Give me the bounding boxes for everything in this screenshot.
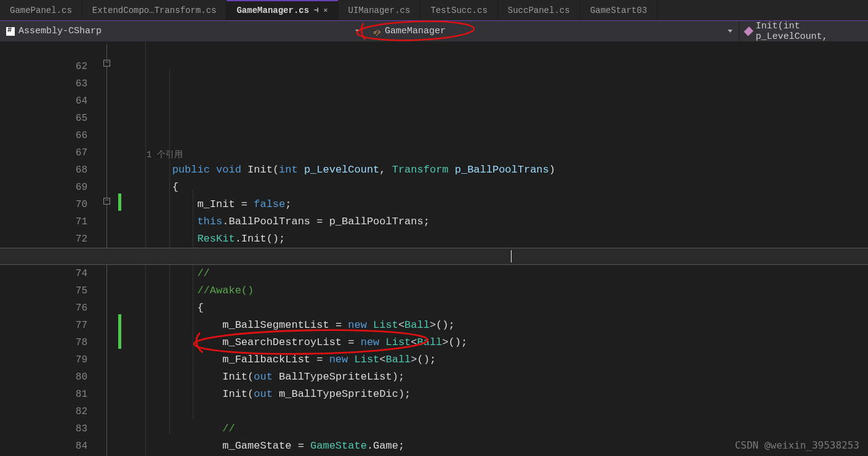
breadcrumb-class-label: GameManager <box>385 26 446 36</box>
chevron-down-icon[interactable] <box>355 30 360 33</box>
breadcrumb-method[interactable]: Init(int p_LevelCount, <box>739 21 868 41</box>
watermark: CSDN @weixin_39538253 <box>735 439 859 451</box>
method-icon <box>744 26 753 36</box>
pin-icon[interactable]: ⊣ <box>314 6 318 15</box>
tab-succpanel[interactable]: SuccPanel.cs <box>498 0 581 20</box>
breadcrumb: Assembly-CSharp 🝰 GameManager Init(int p… <box>0 21 868 42</box>
tab-gamemanager[interactable]: GameManager.cs ⊣ ✕ <box>227 0 338 20</box>
tab-uimanager[interactable]: UIManager.cs <box>339 0 421 20</box>
tab-extendcompo[interactable]: ExtendCompo…Transform.cs <box>82 0 227 20</box>
code-editor[interactable]: 626364656667686970717273🪛747576777879808… <box>0 42 868 456</box>
chevron-down-icon[interactable] <box>728 30 733 33</box>
tab-gamestart03[interactable]: GameStart03 <box>581 0 657 20</box>
breadcrumb-class[interactable]: 🝰 GameManager <box>366 21 739 41</box>
fold-toggle[interactable]: − <box>103 60 110 67</box>
tab-testsucc[interactable]: TestSucc.cs <box>420 0 497 20</box>
breadcrumb-method-label: Init(int p_LevelCount, <box>755 21 862 42</box>
current-line-highlight <box>0 248 868 265</box>
breadcrumb-project-label: Assembly-CSharp <box>18 26 102 36</box>
text-caret <box>511 250 512 263</box>
close-icon[interactable]: ✕ <box>323 6 328 15</box>
class-icon: 🝰 <box>372 27 381 36</box>
breadcrumb-project[interactable]: Assembly-CSharp <box>0 21 366 41</box>
tab-gamepanel[interactable]: GamePanel.cs <box>0 0 82 20</box>
tab-bar: GamePanel.cs ExtendCompo…Transform.cs Ga… <box>0 0 868 21</box>
fold-toggle[interactable]: − <box>103 198 110 205</box>
csharp-icon <box>6 27 15 36</box>
